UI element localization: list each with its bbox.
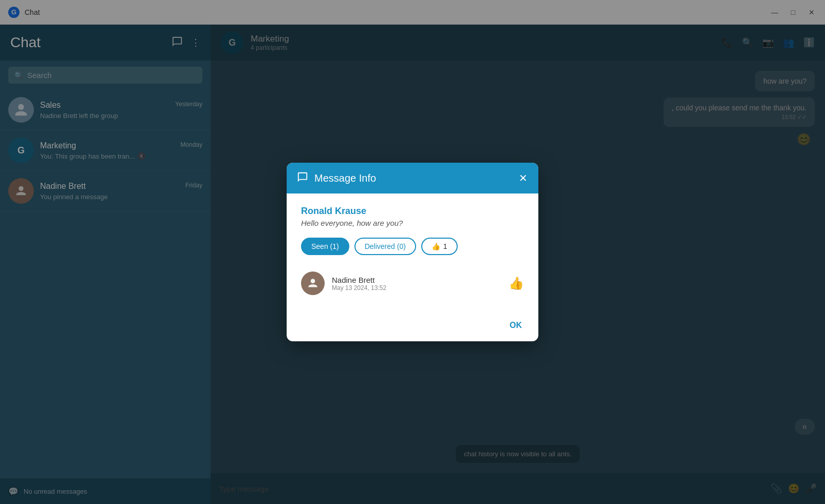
tab-reaction[interactable]: 👍 1 — [421, 238, 458, 255]
ok-button[interactable]: OK — [503, 318, 528, 333]
seen-item-nadine: Nadine Brett May 13 2024, 13:52 👍 — [301, 267, 524, 299]
modal-footer: OK — [287, 312, 538, 341]
modal-close-button[interactable]: ✕ — [516, 171, 530, 185]
reaction-count: 1 — [443, 242, 447, 250]
thumbs-up-icon: 👍 — [432, 242, 440, 250]
modal-message-text: Hello everyone, how are you? — [301, 219, 524, 227]
modal-body: Ronald Krause Hello everyone, how are yo… — [287, 193, 538, 312]
seen-name-nadine: Nadine Brett — [332, 276, 386, 284]
modal-header-icon — [297, 171, 308, 185]
message-info-modal: Message Info ✕ Ronald Krause Hello every… — [287, 163, 538, 341]
tab-delivered[interactable]: Delivered (0) — [354, 238, 416, 255]
seen-avatar-nadine — [301, 272, 325, 295]
tab-seen[interactable]: Seen (1) — [301, 238, 349, 255]
modal-sender-name: Ronald Krause — [301, 206, 524, 217]
modal-header: Message Info ✕ — [287, 163, 538, 193]
modal-title: Message Info — [314, 172, 376, 184]
seen-reaction-icon: 👍 — [509, 276, 524, 290]
seen-time-nadine: May 13 2024, 13:52 — [332, 284, 386, 292]
svg-point-1 — [311, 279, 315, 283]
modal-overlay[interactable]: Message Info ✕ Ronald Krause Hello every… — [0, 0, 825, 504]
seen-info-nadine: Nadine Brett May 13 2024, 13:52 — [332, 276, 386, 292]
modal-tabs: Seen (1) Delivered (0) 👍 1 — [301, 238, 524, 255]
